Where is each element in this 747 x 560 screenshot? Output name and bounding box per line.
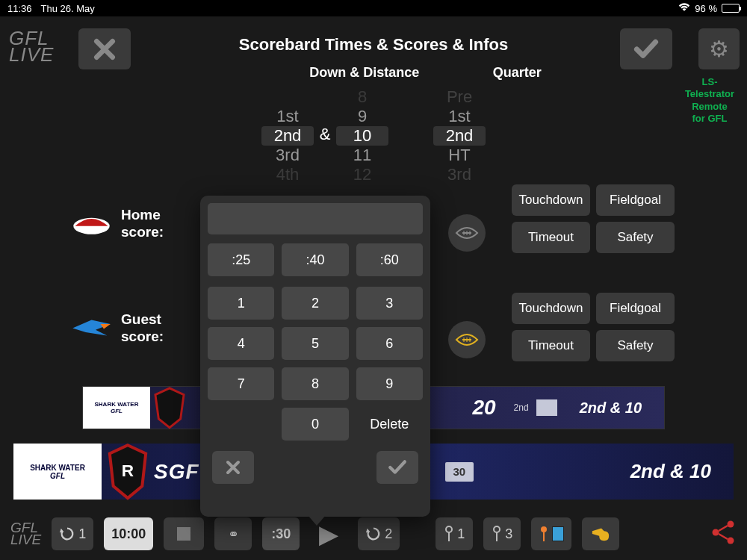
numpad-preset-60[interactable]: :60 [356, 243, 423, 276]
home-timeout-button[interactable]: Timeout [512, 222, 590, 253]
replay-2-button[interactable]: 2 [358, 517, 400, 550]
svg-point-18 [728, 538, 734, 544]
status-battery-pct: 96 % [695, 3, 717, 14]
numpad-preset-25[interactable]: :25 [208, 243, 274, 276]
numpad-6[interactable]: 6 [356, 327, 423, 360]
quarter-picker[interactable]: Pre 1st 2nd HT 3rd [433, 87, 486, 184]
playclock: 30 [445, 462, 474, 482]
game-clock-button[interactable]: 10:00 [104, 517, 153, 550]
distance-picker[interactable]: 8 9 10 11 12 [336, 87, 388, 184]
guest-safety-button[interactable]: Safety [596, 330, 675, 361]
down-distance-header: Down & Distance [260, 65, 469, 81]
app-logo-small: GFLLIVE [10, 522, 41, 546]
pin-icon [492, 526, 502, 542]
marker-1-button[interactable]: 1 [436, 517, 473, 550]
home-safety-button[interactable]: Safety [596, 222, 675, 253]
svg-point-12 [494, 526, 500, 532]
status-bar: 11:36 Thu 26. May 96 % [0, 0, 747, 16]
quarter-label: 2nd [506, 402, 536, 413]
home-fieldgoal-button[interactable]: Fieldgoal [596, 184, 675, 216]
guest-team-logo [71, 314, 112, 343]
share-button[interactable] [710, 519, 737, 549]
home-score-row: Homescore: [71, 207, 164, 241]
stop-button[interactable] [164, 517, 204, 550]
down-distance-label: 2nd & 10 [580, 399, 642, 417]
down-picker[interactable]: 1st 2nd 3rd 4th [261, 87, 314, 184]
numpad-2[interactable]: 2 [282, 287, 348, 320]
section-headers: Down & Distance Quarter [0, 65, 747, 81]
football-icon [454, 332, 480, 348]
home-touchdown-button[interactable]: Touchdown [512, 184, 590, 216]
numpad-display[interactable] [208, 203, 423, 234]
wifi-icon [678, 3, 690, 14]
numpad-popup: :25 :40 :60 1 2 3 4 5 6 7 8 9 0 Delete [200, 196, 430, 517]
numpad-7[interactable]: 7 [208, 367, 274, 400]
down-distance-label: 2nd & 10 [630, 460, 711, 483]
svg-line-20 [719, 534, 728, 539]
link-icon: ⚭ [228, 526, 239, 542]
quarter-header: Quarter [472, 65, 562, 81]
sponsor-badge: SHARK WATER GFL [13, 444, 102, 500]
numpad-cancel-button[interactable] [212, 451, 254, 484]
status-date: Thu 26. May [41, 3, 95, 14]
numpad-confirm-button[interactable] [376, 451, 418, 484]
whistle-button[interactable] [582, 517, 619, 550]
football-icon [454, 225, 480, 241]
numpad-8[interactable]: 8 [282, 367, 348, 400]
play-clock-button[interactable]: :30 [262, 517, 300, 550]
home-possession-toggle[interactable] [448, 214, 486, 252]
status-time: 11:36 [7, 3, 32, 14]
card-icon [552, 526, 564, 541]
svg-point-17 [713, 529, 719, 536]
svg-point-10 [446, 526, 452, 532]
numpad-4[interactable]: 4 [208, 327, 274, 360]
whistle-icon [591, 526, 610, 541]
guest-timeout-button[interactable]: Timeout [512, 330, 590, 361]
picker-ampersand: & [314, 87, 336, 184]
playclock-box [536, 399, 557, 416]
numpad-3[interactable]: 3 [356, 287, 423, 320]
numpad-5[interactable]: 5 [282, 327, 348, 360]
svg-point-14 [541, 526, 547, 532]
check-icon [388, 459, 407, 476]
svg-text:R: R [122, 461, 134, 480]
close-icon [224, 458, 242, 476]
replay-1-button[interactable]: 1 [52, 517, 93, 550]
numpad-preset-40[interactable]: :40 [282, 243, 348, 276]
replay-icon [365, 526, 382, 542]
pin-icon [444, 526, 454, 542]
sponsor-badge: SHARK WATER GFL [83, 387, 150, 429]
team1-crest: R [102, 444, 154, 500]
numpad-blank [208, 408, 274, 441]
guest-touchdown-button[interactable]: Touchdown [512, 293, 590, 324]
telestrator-link[interactable]: LS- Telestrator Remote for GFL [680, 76, 740, 125]
replay-icon [59, 526, 75, 542]
numpad-9[interactable]: 9 [356, 367, 423, 400]
guest-possession-toggle[interactable] [448, 321, 486, 358]
team1-crest [150, 387, 189, 429]
pin-icon [539, 526, 549, 542]
guest-fieldgoal-button[interactable]: Fieldgoal [596, 293, 675, 324]
link-button[interactable]: ⚭ [214, 517, 252, 550]
marker-3-button[interactable]: 3 [483, 517, 521, 550]
page-title: Scorebard Times & Scores & Infos [0, 35, 747, 55]
battery-icon [722, 4, 740, 13]
stop-icon [177, 527, 190, 541]
numpad-delete[interactable]: Delete [356, 408, 423, 441]
guest-score-row: Guestscore: [71, 311, 164, 346]
numpad-1[interactable]: 1 [208, 287, 274, 320]
svg-point-16 [728, 521, 734, 528]
svg-line-19 [719, 526, 728, 531]
numpad-0[interactable]: 0 [282, 408, 348, 441]
home-team-logo [71, 209, 112, 239]
team2-score: 20 [462, 396, 506, 420]
share-icon [710, 519, 737, 546]
flag-button[interactable] [531, 517, 571, 550]
